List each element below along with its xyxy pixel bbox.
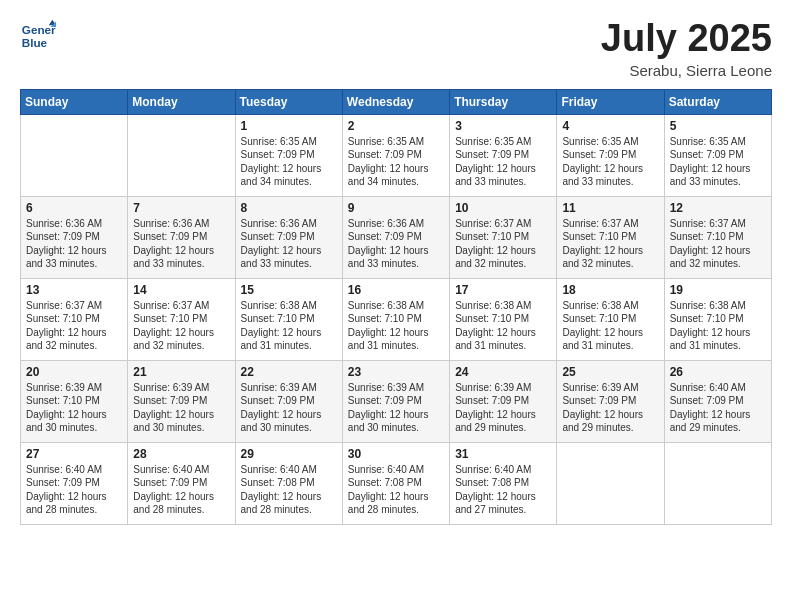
day-number: 21 — [133, 365, 229, 379]
calendar-cell: 7Sunrise: 6:36 AMSunset: 7:09 PMDaylight… — [128, 196, 235, 278]
calendar-cell: 27Sunrise: 6:40 AMSunset: 7:09 PMDayligh… — [21, 442, 128, 524]
page: General Blue July 2025 Serabu, Sierra Le… — [0, 0, 792, 612]
calendar-cell: 19Sunrise: 6:38 AMSunset: 7:10 PMDayligh… — [664, 278, 771, 360]
day-info: Sunrise: 6:35 AMSunset: 7:09 PMDaylight:… — [241, 135, 337, 189]
day-number: 31 — [455, 447, 551, 461]
day-info: Sunrise: 6:39 AMSunset: 7:09 PMDaylight:… — [241, 381, 337, 435]
day-info: Sunrise: 6:40 AMSunset: 7:09 PMDaylight:… — [133, 463, 229, 517]
day-number: 17 — [455, 283, 551, 297]
day-number: 11 — [562, 201, 658, 215]
calendar-cell: 31Sunrise: 6:40 AMSunset: 7:08 PMDayligh… — [450, 442, 557, 524]
location: Serabu, Sierra Leone — [601, 62, 772, 79]
day-info: Sunrise: 6:37 AMSunset: 7:10 PMDaylight:… — [133, 299, 229, 353]
day-info: Sunrise: 6:38 AMSunset: 7:10 PMDaylight:… — [670, 299, 766, 353]
day-info: Sunrise: 6:40 AMSunset: 7:08 PMDaylight:… — [348, 463, 444, 517]
day-header: Monday — [128, 89, 235, 114]
calendar-cell: 14Sunrise: 6:37 AMSunset: 7:10 PMDayligh… — [128, 278, 235, 360]
calendar-cell: 23Sunrise: 6:39 AMSunset: 7:09 PMDayligh… — [342, 360, 449, 442]
calendar-cell: 29Sunrise: 6:40 AMSunset: 7:08 PMDayligh… — [235, 442, 342, 524]
calendar-cell: 9Sunrise: 6:36 AMSunset: 7:09 PMDaylight… — [342, 196, 449, 278]
calendar-cell: 8Sunrise: 6:36 AMSunset: 7:09 PMDaylight… — [235, 196, 342, 278]
calendar-cell: 24Sunrise: 6:39 AMSunset: 7:09 PMDayligh… — [450, 360, 557, 442]
day-info: Sunrise: 6:35 AMSunset: 7:09 PMDaylight:… — [670, 135, 766, 189]
calendar-week-row: 13Sunrise: 6:37 AMSunset: 7:10 PMDayligh… — [21, 278, 772, 360]
day-number: 12 — [670, 201, 766, 215]
calendar-cell: 11Sunrise: 6:37 AMSunset: 7:10 PMDayligh… — [557, 196, 664, 278]
calendar-cell: 3Sunrise: 6:35 AMSunset: 7:09 PMDaylight… — [450, 114, 557, 196]
day-info: Sunrise: 6:38 AMSunset: 7:10 PMDaylight:… — [348, 299, 444, 353]
day-number: 9 — [348, 201, 444, 215]
day-number: 14 — [133, 283, 229, 297]
calendar-cell: 12Sunrise: 6:37 AMSunset: 7:10 PMDayligh… — [664, 196, 771, 278]
day-header: Saturday — [664, 89, 771, 114]
day-info: Sunrise: 6:38 AMSunset: 7:10 PMDaylight:… — [562, 299, 658, 353]
svg-text:Blue: Blue — [22, 36, 48, 49]
calendar-cell: 21Sunrise: 6:39 AMSunset: 7:09 PMDayligh… — [128, 360, 235, 442]
calendar-cell: 20Sunrise: 6:39 AMSunset: 7:10 PMDayligh… — [21, 360, 128, 442]
day-number: 1 — [241, 119, 337, 133]
day-info: Sunrise: 6:37 AMSunset: 7:10 PMDaylight:… — [670, 217, 766, 271]
day-info: Sunrise: 6:36 AMSunset: 7:09 PMDaylight:… — [348, 217, 444, 271]
day-number: 8 — [241, 201, 337, 215]
day-number: 28 — [133, 447, 229, 461]
day-info: Sunrise: 6:40 AMSunset: 7:09 PMDaylight:… — [26, 463, 122, 517]
day-header: Thursday — [450, 89, 557, 114]
day-number: 2 — [348, 119, 444, 133]
day-number: 7 — [133, 201, 229, 215]
calendar-cell: 16Sunrise: 6:38 AMSunset: 7:10 PMDayligh… — [342, 278, 449, 360]
day-info: Sunrise: 6:35 AMSunset: 7:09 PMDaylight:… — [348, 135, 444, 189]
day-info: Sunrise: 6:39 AMSunset: 7:09 PMDaylight:… — [562, 381, 658, 435]
day-number: 23 — [348, 365, 444, 379]
day-header: Tuesday — [235, 89, 342, 114]
calendar-cell: 15Sunrise: 6:38 AMSunset: 7:10 PMDayligh… — [235, 278, 342, 360]
calendar-cell: 26Sunrise: 6:40 AMSunset: 7:09 PMDayligh… — [664, 360, 771, 442]
day-info: Sunrise: 6:39 AMSunset: 7:09 PMDaylight:… — [455, 381, 551, 435]
day-number: 3 — [455, 119, 551, 133]
calendar-cell: 2Sunrise: 6:35 AMSunset: 7:09 PMDaylight… — [342, 114, 449, 196]
calendar-cell — [557, 442, 664, 524]
calendar-cell: 10Sunrise: 6:37 AMSunset: 7:10 PMDayligh… — [450, 196, 557, 278]
day-number: 6 — [26, 201, 122, 215]
day-number: 25 — [562, 365, 658, 379]
day-number: 26 — [670, 365, 766, 379]
header-row: SundayMondayTuesdayWednesdayThursdayFrid… — [21, 89, 772, 114]
logo: General Blue — [20, 18, 56, 54]
day-number: 29 — [241, 447, 337, 461]
calendar-cell: 17Sunrise: 6:38 AMSunset: 7:10 PMDayligh… — [450, 278, 557, 360]
day-info: Sunrise: 6:39 AMSunset: 7:09 PMDaylight:… — [133, 381, 229, 435]
day-number: 5 — [670, 119, 766, 133]
day-info: Sunrise: 6:37 AMSunset: 7:10 PMDaylight:… — [26, 299, 122, 353]
day-header: Friday — [557, 89, 664, 114]
day-info: Sunrise: 6:40 AMSunset: 7:08 PMDaylight:… — [455, 463, 551, 517]
day-header: Sunday — [21, 89, 128, 114]
logo-icon: General Blue — [20, 18, 56, 54]
calendar-cell: 6Sunrise: 6:36 AMSunset: 7:09 PMDaylight… — [21, 196, 128, 278]
calendar-cell: 25Sunrise: 6:39 AMSunset: 7:09 PMDayligh… — [557, 360, 664, 442]
day-number: 4 — [562, 119, 658, 133]
day-number: 27 — [26, 447, 122, 461]
day-info: Sunrise: 6:37 AMSunset: 7:10 PMDaylight:… — [455, 217, 551, 271]
day-info: Sunrise: 6:39 AMSunset: 7:09 PMDaylight:… — [348, 381, 444, 435]
calendar-cell — [21, 114, 128, 196]
day-info: Sunrise: 6:35 AMSunset: 7:09 PMDaylight:… — [455, 135, 551, 189]
title-block: July 2025 Serabu, Sierra Leone — [601, 18, 772, 79]
calendar-cell: 4Sunrise: 6:35 AMSunset: 7:09 PMDaylight… — [557, 114, 664, 196]
day-info: Sunrise: 6:36 AMSunset: 7:09 PMDaylight:… — [133, 217, 229, 271]
day-number: 13 — [26, 283, 122, 297]
calendar-cell: 13Sunrise: 6:37 AMSunset: 7:10 PMDayligh… — [21, 278, 128, 360]
calendar-table: SundayMondayTuesdayWednesdayThursdayFrid… — [20, 89, 772, 525]
day-info: Sunrise: 6:40 AMSunset: 7:09 PMDaylight:… — [670, 381, 766, 435]
day-number: 24 — [455, 365, 551, 379]
calendar-cell — [128, 114, 235, 196]
header: General Blue July 2025 Serabu, Sierra Le… — [20, 18, 772, 79]
day-info: Sunrise: 6:36 AMSunset: 7:09 PMDaylight:… — [241, 217, 337, 271]
day-number: 22 — [241, 365, 337, 379]
day-number: 15 — [241, 283, 337, 297]
calendar-cell: 5Sunrise: 6:35 AMSunset: 7:09 PMDaylight… — [664, 114, 771, 196]
day-info: Sunrise: 6:37 AMSunset: 7:10 PMDaylight:… — [562, 217, 658, 271]
day-number: 30 — [348, 447, 444, 461]
month-title: July 2025 — [601, 18, 772, 60]
calendar-week-row: 1Sunrise: 6:35 AMSunset: 7:09 PMDaylight… — [21, 114, 772, 196]
day-header: Wednesday — [342, 89, 449, 114]
day-info: Sunrise: 6:35 AMSunset: 7:09 PMDaylight:… — [562, 135, 658, 189]
